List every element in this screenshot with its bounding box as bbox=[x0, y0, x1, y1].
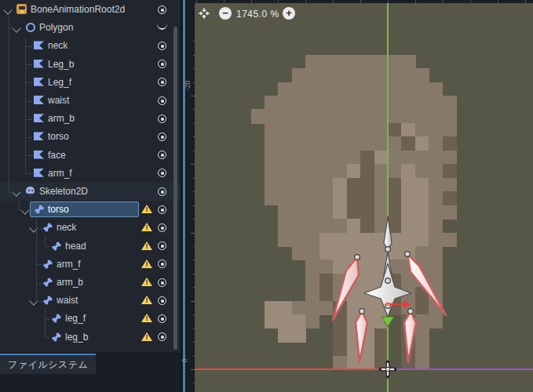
tree-node-Skeleton2D[interactable]: Skeleton2D bbox=[0, 183, 181, 201]
visibility-eye-closed-icon[interactable] bbox=[157, 23, 168, 33]
visibility-eye-icon[interactable] bbox=[157, 296, 168, 306]
tree-node-label: Polygon bbox=[39, 22, 73, 33]
tree-guide-line bbox=[19, 201, 20, 210]
tree-node-label: head bbox=[65, 241, 86, 252]
tree-guide-line bbox=[45, 337, 50, 338]
tree-guide-line bbox=[36, 301, 42, 302]
tab-filesystem-label: ファイルシステム bbox=[8, 358, 88, 372]
visibility-eye-icon[interactable] bbox=[157, 60, 168, 70]
tree-node-waist[interactable]: waist bbox=[0, 292, 181, 310]
bone-joint[interactable] bbox=[385, 278, 391, 284]
tree-node-torso[interactable]: torso bbox=[0, 201, 181, 219]
filesystem-dock: ファイルシステム res://material/2d-bone/2dbon bbox=[0, 353, 181, 392]
tree-guide-line bbox=[36, 264, 42, 265]
canvas-2d[interactable]: − 1745.0 % + bbox=[195, 0, 533, 392]
visibility-eye-icon[interactable] bbox=[157, 169, 168, 179]
warning-icon[interactable] bbox=[141, 222, 152, 232]
skeleton-bones[interactable] bbox=[333, 216, 446, 362]
bone-joint[interactable] bbox=[405, 252, 411, 257]
bone-head[interactable] bbox=[384, 216, 392, 249]
tree-guide-line bbox=[25, 119, 32, 120]
tree-node-BoneAnimationRoot2d[interactable]: BoneAnimationRoot2d bbox=[0, 1, 181, 19]
bone-origin-dot bbox=[385, 303, 389, 307]
tree-node-leg_b[interactable]: leg_b bbox=[0, 328, 181, 347]
dock-splitter[interactable] bbox=[183, 0, 185, 392]
visibility-eye-icon[interactable] bbox=[157, 151, 168, 161]
zoom-in-button[interactable]: + bbox=[283, 7, 295, 20]
tree-guide-line bbox=[25, 64, 32, 65]
scene-dock: BoneAnimationRoot2dPolygonneckLeg_bLeg_f… bbox=[0, 0, 181, 392]
visibility-eye-icon[interactable] bbox=[157, 132, 168, 142]
tree-node-label: torso bbox=[48, 131, 69, 142]
visibility-eye-icon[interactable] bbox=[157, 114, 168, 124]
warning-icon[interactable] bbox=[141, 277, 152, 287]
bone-icon bbox=[42, 259, 53, 270]
bone-leg_b[interactable] bbox=[404, 311, 416, 362]
tree-node-label: arm_f bbox=[57, 259, 81, 270]
tree-guide-line bbox=[25, 101, 32, 102]
skeleton-overlay bbox=[195, 0, 533, 392]
tree-guide-line bbox=[45, 309, 46, 337]
zoom-percent-label[interactable]: 1745.0 % bbox=[236, 9, 279, 20]
tree-guide-line bbox=[9, 192, 14, 193]
visibility-eye-icon[interactable] bbox=[157, 78, 168, 88]
bone-leg_f[interactable] bbox=[356, 311, 367, 362]
bone-joint[interactable] bbox=[355, 255, 360, 260]
tree-node-label: Leg_f bbox=[48, 77, 71, 88]
visibility-eye-icon[interactable] bbox=[157, 278, 168, 288]
expand-arrow-icon[interactable] bbox=[3, 5, 12, 14]
polygon2d-icon bbox=[34, 168, 45, 179]
ruler-label: -20 bbox=[184, 81, 192, 90]
tree-node-label: neck bbox=[57, 222, 76, 233]
bone-arm_f[interactable] bbox=[333, 257, 359, 320]
visibility-eye-icon[interactable] bbox=[157, 223, 168, 233]
tree-guide-line bbox=[9, 17, 9, 193]
zoom-controls: − 1745.0 % + bbox=[195, 0, 533, 27]
skeleton2d-icon bbox=[25, 186, 36, 197]
warning-icon[interactable] bbox=[141, 332, 152, 342]
visibility-eye-icon[interactable] bbox=[157, 96, 168, 106]
warning-icon[interactable] bbox=[141, 259, 152, 269]
vertical-ruler: -20 0 bbox=[186, 0, 195, 392]
warning-icon[interactable] bbox=[141, 204, 152, 214]
warning-icon[interactable] bbox=[141, 313, 152, 323]
godot-editor-window: BoneAnimationRoot2dPolygonneckLeg_bLeg_f… bbox=[0, 0, 533, 392]
visibility-eye-icon[interactable] bbox=[157, 41, 168, 51]
visibility-eye-icon[interactable] bbox=[157, 5, 168, 15]
y-axis-arrow-icon[interactable] bbox=[381, 317, 394, 327]
visibility-eye-icon[interactable] bbox=[157, 260, 168, 270]
tree-node-arm_f[interactable]: arm_f bbox=[0, 256, 181, 274]
x-axis-arrow-icon[interactable] bbox=[403, 300, 411, 308]
visibility-eye-icon[interactable] bbox=[157, 332, 168, 343]
tree-guide-line bbox=[25, 37, 26, 174]
viewport-2d: -20 0 bbox=[186, 0, 533, 392]
ruler-label: 0 bbox=[181, 359, 188, 363]
visibility-eye-icon[interactable] bbox=[157, 314, 168, 324]
tree-node-arm_b[interactable]: arm_b bbox=[0, 274, 181, 292]
bone-icon bbox=[42, 222, 53, 233]
warning-icon[interactable] bbox=[141, 241, 152, 251]
tree-guide-line bbox=[19, 210, 23, 211]
tree-guide-line bbox=[45, 236, 46, 246]
bone-joint[interactable] bbox=[385, 247, 391, 252]
visibility-eye-icon[interactable] bbox=[157, 205, 168, 215]
bone-joint[interactable] bbox=[408, 309, 414, 314]
tree-node-label: waist bbox=[57, 295, 78, 306]
visibility-eye-icon[interactable] bbox=[157, 187, 168, 197]
tree-node-label: neck bbox=[48, 40, 68, 51]
tree-node-Polygon[interactable]: Polygon bbox=[0, 19, 181, 37]
tree-node-head[interactable]: head bbox=[0, 238, 181, 256]
tree-node-leg_f[interactable]: leg_f bbox=[0, 310, 181, 328]
tree-guide-line bbox=[36, 283, 42, 284]
bone-joint[interactable] bbox=[360, 309, 365, 314]
tree-node-neck[interactable]: neck bbox=[0, 219, 181, 237]
tab-filesystem[interactable]: ファイルシステム bbox=[0, 354, 96, 374]
warning-icon[interactable] bbox=[141, 295, 152, 305]
zoom-out-button[interactable]: − bbox=[219, 7, 232, 20]
tree-node-label: arm_b bbox=[48, 113, 75, 124]
scene-tree-scrollbar[interactable] bbox=[173, 27, 177, 350]
tree-node-label: leg_f bbox=[65, 313, 86, 324]
bone-arm_b[interactable] bbox=[407, 254, 446, 315]
visibility-eye-icon[interactable] bbox=[157, 241, 168, 252]
center-view-icon[interactable] bbox=[198, 7, 210, 20]
